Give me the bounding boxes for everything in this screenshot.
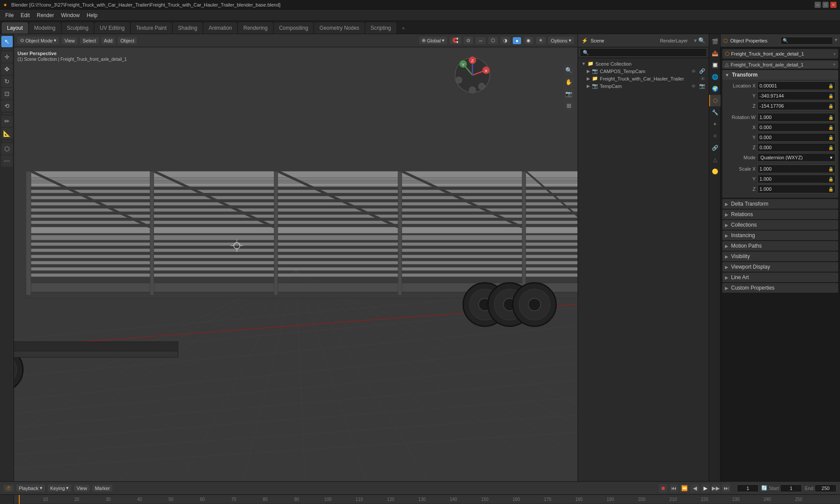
props-tab-material[interactable]: 🟡 (709, 166, 721, 177)
scale-y-lock[interactable]: 🔒 (828, 177, 833, 182)
tool-transform[interactable]: ⟲ (1, 100, 13, 112)
freight-eye[interactable]: 👁 (700, 76, 705, 81)
maximize-button[interactable]: □ (822, 2, 829, 8)
menu-edit[interactable]: Edit (17, 11, 33, 19)
props-tab-render[interactable]: 🎬 (709, 36, 721, 47)
viewport-canvas[interactable]: X Y Z User Perspective (14, 47, 578, 481)
item-tempcam[interactable]: ▶ 📷 TempCam 👁 📷 (580, 82, 707, 90)
playback-menu[interactable]: Playback ▾ (16, 484, 45, 492)
props-tab-constraints[interactable]: 🔗 (709, 142, 721, 154)
play-btn[interactable]: ▶ (701, 484, 710, 493)
instancing-header[interactable]: ▶ Instancing (722, 231, 838, 240)
timeline-track-area[interactable]: 1 10 20 30 40 50 60 70 80 90 100 110 120… (14, 495, 840, 504)
tool-annotate[interactable]: ✏ (1, 116, 13, 127)
relations-header[interactable]: ▶ Relations (722, 210, 838, 219)
transform-header[interactable]: ▼ Transform (722, 70, 838, 80)
rotation-y-input[interactable]: 0.000 🔒 (757, 133, 836, 142)
tab-add[interactable]: ＋ (397, 23, 410, 34)
vp-camera[interactable]: 📷 (564, 88, 574, 99)
keying-menu[interactable]: Keying ▾ (48, 484, 72, 492)
marker-menu[interactable]: Marker (92, 485, 112, 492)
item-campos-tempcam[interactable]: ▶ 📷 CAMPOS_TempCam 👁 🔗 (580, 67, 707, 75)
props-tab-physics[interactable]: ⚛ (709, 130, 721, 142)
tab-modeling[interactable]: Modeling (29, 22, 61, 34)
props-tab-modifiers[interactable]: 🔧 (709, 107, 721, 118)
location-z-lock[interactable]: 🔒 (828, 104, 833, 108)
jump-end-btn[interactable]: ⏭ (722, 484, 731, 493)
record-btn[interactable]: ⏺ (659, 484, 668, 493)
vp-hand[interactable]: ✋ (564, 77, 574, 87)
select-menu[interactable]: Select (80, 37, 99, 44)
tab-texture-paint[interactable]: Texture Paint (131, 22, 172, 34)
tool-select[interactable]: ↖ (1, 36, 13, 47)
scale-y-input[interactable]: 1.000 🔒 (757, 175, 836, 183)
end-frame-input[interactable]: 250 (815, 484, 836, 492)
tab-layout[interactable]: Layout (2, 22, 28, 34)
tool-add-primitive[interactable]: ⬡ (1, 143, 13, 154)
tool-rotate[interactable]: ↻ (1, 76, 13, 87)
options-btn[interactable]: Options ▾ (548, 37, 574, 44)
scale-x-lock[interactable]: 🔒 (828, 167, 833, 172)
view-menu-tl[interactable]: View (74, 485, 90, 492)
tempcam-cam-icon[interactable]: 📷 (699, 83, 705, 89)
rotation-z-input[interactable]: 0.000 🔒 (757, 143, 836, 152)
timeline-cursor[interactable] (19, 495, 20, 504)
tab-geometry-nodes[interactable]: Geometry Nodes (314, 22, 364, 34)
proportional-btn[interactable]: ⊙ (464, 37, 473, 44)
props-tab-world[interactable]: 🌍 (709, 83, 721, 94)
transform-btn[interactable]: ↔ (476, 37, 486, 44)
location-y-lock[interactable]: 🔒 (828, 94, 833, 98)
rotation-w-input[interactable]: 1.000 🔒 (757, 113, 836, 122)
rotation-w-lock[interactable]: 🔒 (828, 115, 833, 120)
item-cam-icon[interactable]: 🔗 (699, 68, 705, 74)
snap-btn[interactable]: 🧲 (450, 37, 461, 44)
scale-z-lock[interactable]: 🔒 (828, 187, 833, 192)
tempcam-eye[interactable]: 👁 (691, 84, 696, 89)
props-tab-view[interactable]: 🔲 (709, 60, 721, 71)
rotation-y-lock[interactable]: 🔒 (828, 135, 833, 140)
material-btn[interactable]: ◉ (524, 37, 533, 44)
current-frame-input[interactable]: 1 (737, 484, 759, 492)
step-fwd-btn[interactable]: ▶▶ (711, 484, 720, 493)
outliner-filter-icon[interactable]: ▾ (694, 37, 697, 44)
tab-rendering[interactable]: Rendering (238, 22, 273, 34)
item-freight-truck[interactable]: ▶ 📁 Freight_Truck_with_Car_Hauler_Traile… (580, 75, 707, 82)
global-mode[interactable]: ⊕ Global ▾ (419, 37, 448, 44)
solid-btn[interactable]: ● (513, 37, 521, 44)
object-menu[interactable]: Object (118, 37, 137, 44)
close-button[interactable]: ✕ (830, 2, 836, 8)
add-menu[interactable]: Add (102, 37, 116, 44)
tool-extra[interactable]: ⋯ (1, 155, 13, 167)
line-art-header[interactable]: ▶ Line Art (722, 273, 838, 282)
minimize-button[interactable]: ─ (815, 2, 821, 8)
menu-file[interactable]: File (2, 11, 17, 19)
outliner-search-input[interactable] (580, 48, 707, 57)
tool-scale[interactable]: ⊡ (1, 88, 13, 99)
viewport-display-header[interactable]: ▶ Viewport Display (722, 262, 838, 272)
tab-compositing[interactable]: Compositing (274, 22, 314, 34)
rotation-x-lock[interactable]: 🔒 (828, 125, 833, 130)
props-tab-output[interactable]: 📤 (709, 48, 721, 59)
tab-scripting[interactable]: Scripting (365, 22, 396, 34)
frame-back-btn[interactable]: ⏪ (680, 484, 689, 493)
collections-header[interactable]: ▶ Collections (722, 220, 838, 230)
props-filter-icon[interactable]: ▾ (835, 37, 837, 45)
menu-window[interactable]: Window (57, 11, 83, 19)
props-search[interactable] (780, 37, 833, 45)
scene-collection-item[interactable]: ▼ 📁 Scene Collection (580, 60, 707, 67)
tool-measure[interactable]: 📐 (1, 128, 13, 139)
render-btn[interactable]: ☀ (536, 37, 546, 44)
start-frame-input[interactable]: 1 (780, 484, 802, 492)
overlay-btn[interactable]: ⬡ (488, 37, 498, 44)
tab-shading[interactable]: Shading (173, 22, 203, 34)
mode-selector[interactable]: ⊙ Object Mode ▾ (18, 37, 59, 44)
xray-btn[interactable]: ◑ (500, 37, 510, 44)
location-x-lock[interactable]: 🔒 (828, 84, 833, 88)
visibility-header[interactable]: ▶ Visibility (722, 252, 838, 261)
menu-render[interactable]: Render (33, 11, 57, 19)
tab-uv-editing[interactable]: UV Editing (94, 22, 130, 34)
tab-sculpting[interactable]: Sculpting (62, 22, 94, 34)
location-y-input[interactable]: -340.97144 🔒 (757, 91, 836, 100)
scale-z-input[interactable]: 1.000 🔒 (757, 185, 836, 193)
view-menu[interactable]: View (62, 37, 77, 44)
